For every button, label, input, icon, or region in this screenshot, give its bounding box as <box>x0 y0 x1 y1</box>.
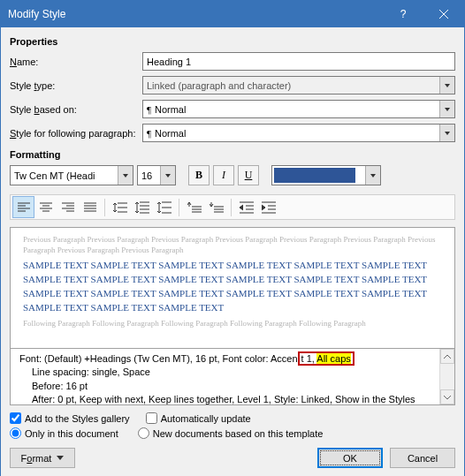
ok-button[interactable]: OK <box>317 448 383 468</box>
only-this-doc-radio[interactable]: Only in this document <box>10 427 118 439</box>
style-type-value: Linked (paragraph and character) <box>147 80 291 91</box>
bold-button[interactable]: B <box>188 165 210 185</box>
modify-style-dialog: Modify Style ? Properties Name: Style ty… <box>0 0 465 476</box>
font-family-combo[interactable]: Tw Cen MT (Headi <box>10 165 133 185</box>
line-spacing-2-button[interactable] <box>153 196 175 218</box>
paragraph-toolbar <box>10 194 455 220</box>
style-type-combo: Linked (paragraph and character) <box>142 76 455 94</box>
cancel-button[interactable]: Cancel <box>390 448 455 468</box>
name-input[interactable] <box>142 52 455 71</box>
chevron-down-icon[interactable] <box>160 166 175 185</box>
style-description: Font: (Default) +Headings (Tw Cen MT), 1… <box>10 349 455 405</box>
increase-indent-button[interactable] <box>257 196 279 218</box>
based-on-label: Style based on: <box>10 104 142 115</box>
properties-heading: Properties <box>10 36 455 47</box>
chevron-down-icon[interactable] <box>365 166 380 185</box>
format-button[interactable]: Format <box>10 448 75 468</box>
chevron-down-icon <box>57 456 64 460</box>
style-type-label: Style type: <box>10 80 142 91</box>
desc-allcaps: All caps <box>316 353 351 364</box>
following-combo[interactable]: ¶ Normal <box>142 124 455 142</box>
font-size-combo[interactable]: 16 <box>137 165 176 185</box>
desc-line1a: Font: (Default) +Headings (Tw Cen MT), 1… <box>19 353 298 364</box>
align-left-button[interactable] <box>12 196 34 218</box>
desc-line2: Line spacing: single, Space <box>19 366 436 379</box>
chevron-down-icon[interactable] <box>439 101 454 117</box>
desc-line3: Before: 16 pt <box>19 380 436 393</box>
preview-sample-text: SAMPLE TEXT SAMPLE TEXT SAMPLE TEXT SAMP… <box>23 259 442 315</box>
underline-button[interactable]: U <box>238 165 259 185</box>
based-on-combo[interactable]: ¶ Normal <box>142 100 455 118</box>
formatting-heading: Formatting <box>10 149 455 160</box>
color-swatch <box>274 168 355 183</box>
chevron-down-icon[interactable] <box>439 125 454 141</box>
space-before-decrease-button[interactable] <box>205 196 227 218</box>
preview-pane: Previous Paragraph Previous Paragraph Pr… <box>10 227 455 349</box>
pilcrow-icon: ¶ <box>147 128 151 139</box>
line-spacing-1-button[interactable] <box>109 196 131 218</box>
auto-update-checkbox[interactable]: Automatically update <box>146 412 251 424</box>
following-label: Style for following paragraph: <box>10 128 142 139</box>
window-title: Modify Style <box>8 8 383 20</box>
chevron-down-icon <box>439 77 454 94</box>
font-size-value: 16 <box>141 170 152 181</box>
following-value: Normal <box>155 128 186 139</box>
preview-previous-para: Previous Paragraph Previous Paragraph Pr… <box>23 235 442 255</box>
space-before-increase-button[interactable] <box>183 196 205 218</box>
based-on-value: Normal <box>155 104 186 115</box>
scroll-up-button[interactable] <box>440 349 454 364</box>
align-center-button[interactable] <box>34 196 57 218</box>
align-justify-button[interactable] <box>79 196 101 218</box>
titlebar: Modify Style ? <box>1 1 464 27</box>
italic-button[interactable]: I <box>213 165 234 185</box>
help-button[interactable]: ? <box>383 1 423 27</box>
description-scrollbar[interactable] <box>439 349 454 404</box>
desc-line1b: t 1, <box>301 353 317 364</box>
chevron-down-icon[interactable] <box>118 166 133 185</box>
preview-following-para: Following Paragraph Following Paragraph … <box>23 319 442 329</box>
pilcrow-icon: ¶ <box>147 104 151 115</box>
desc-line4: After: 0 pt, Keep with next, Keep lines … <box>19 393 436 406</box>
name-label: Name: <box>10 57 142 67</box>
new-docs-radio[interactable]: New documents based on this template <box>138 427 324 439</box>
add-to-gallery-checkbox[interactable]: Add to the Styles gallery <box>10 412 130 424</box>
font-family-value: Tw Cen MT (Headi <box>14 170 95 181</box>
line-spacing-1_5-button[interactable] <box>131 196 153 218</box>
align-right-button[interactable] <box>57 196 79 218</box>
font-color-combo[interactable] <box>271 165 381 185</box>
close-button[interactable] <box>423 1 464 27</box>
decrease-indent-button[interactable] <box>235 196 257 218</box>
scroll-down-button[interactable] <box>440 389 454 404</box>
